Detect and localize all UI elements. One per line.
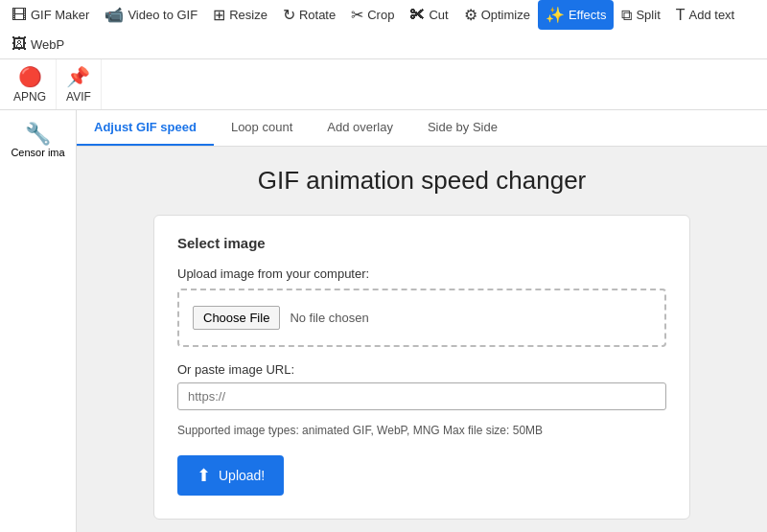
nav-rotate[interactable]: ↻ Rotate <box>275 0 343 30</box>
second-nav: 🔴 APNG 📌 AVIF <box>0 59 767 110</box>
tab-adjust-speed[interactable]: Adjust GIF speed <box>77 110 214 146</box>
url-label: Or paste image URL: <box>177 362 666 377</box>
main-area: Adjust GIF speed Loop count Add overlay … <box>77 110 767 532</box>
nav-apng[interactable]: 🔴 APNG <box>4 59 57 109</box>
webp-icon: 🖼 <box>12 35 27 53</box>
tabs-row: Adjust GIF speed Loop count Add overlay … <box>77 110 767 147</box>
nav-optimize[interactable]: ⚙ Optimize <box>456 0 538 30</box>
upload-label: Upload image from your computer: <box>177 266 666 281</box>
no-file-text: No file chosen <box>290 311 368 325</box>
content-inner: GIF animation speed changer Select image… <box>153 166 690 520</box>
cut-icon: ✀ <box>409 7 425 24</box>
effects-icon: ✨ <box>546 6 565 24</box>
page-title: GIF animation speed changer <box>153 166 690 196</box>
nav-split[interactable]: ⧉ Split <box>614 1 667 30</box>
url-input[interactable] <box>177 382 666 410</box>
nav-video-to-gif[interactable]: 📹 Video to GIF <box>97 0 205 30</box>
gif-maker-icon: 🎞 <box>12 7 27 24</box>
censor-icon: 🔧 <box>25 122 51 147</box>
rotate-icon: ↻ <box>283 6 295 24</box>
nav-add-text[interactable]: T Add text <box>668 1 742 30</box>
tab-add-overlay[interactable]: Add overlay <box>310 110 410 146</box>
side-panel-censor[interactable]: 🔧 Censor ima <box>4 116 72 164</box>
tab-side-by-side[interactable]: Side by Side <box>410 110 515 146</box>
upload-button[interactable]: ⬆ Upload! <box>177 455 284 496</box>
nav-webp[interactable]: 🖼 WebP <box>4 30 72 58</box>
supported-text: Supported image types: animated GIF, Web… <box>177 422 666 440</box>
nav-effects[interactable]: ✨ Effects <box>538 0 615 30</box>
card-title: Select image <box>177 235 666 251</box>
apng-icon: 🔴 <box>18 65 42 88</box>
resize-icon: ⊞ <box>213 6 225 24</box>
add-text-icon: T <box>676 7 686 24</box>
nav-crop[interactable]: ✂ Crop <box>343 0 402 30</box>
video-to-gif-icon: 📹 <box>105 6 124 24</box>
split-icon: ⧉ <box>621 7 632 24</box>
crop-icon: ✂ <box>351 6 363 24</box>
nav-resize[interactable]: ⊞ Resize <box>205 0 275 30</box>
nav-avif[interactable]: 📌 AVIF <box>57 59 102 109</box>
layout: 🔧 Censor ima Adjust GIF speed Loop count… <box>0 110 767 532</box>
file-upload-area: Choose File No file chosen <box>177 289 666 347</box>
top-nav: 🎞 GIF Maker 📹 Video to GIF ⊞ Resize ↻ Ro… <box>0 0 767 59</box>
nav-cut[interactable]: ✀ Cut <box>402 1 455 30</box>
tab-loop-count[interactable]: Loop count <box>214 110 310 146</box>
nav-gif-maker[interactable]: 🎞 GIF Maker <box>4 1 97 30</box>
choose-file-button[interactable]: Choose File <box>193 306 280 330</box>
upload-icon: ⬆ <box>197 465 211 486</box>
avif-icon: 📌 <box>66 65 90 88</box>
optimize-icon: ⚙ <box>464 6 477 24</box>
select-image-card: Select image Upload image from your comp… <box>153 215 690 520</box>
main-content: GIF animation speed changer Select image… <box>77 147 767 532</box>
side-panel: 🔧 Censor ima <box>0 110 77 532</box>
